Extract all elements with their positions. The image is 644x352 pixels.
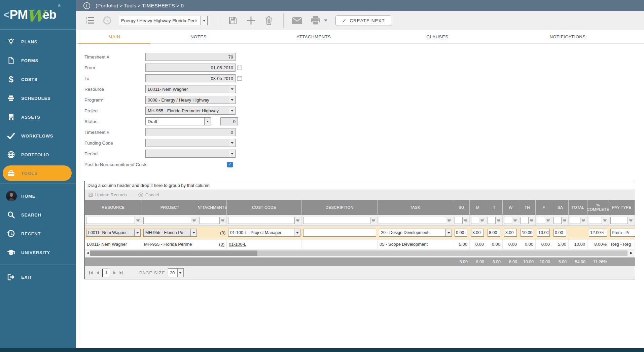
sidebar-item-search[interactable]: SEARCH (0, 205, 76, 224)
scroll-left-arrow[interactable]: ◄ (86, 251, 90, 255)
filter-input[interactable] (379, 217, 446, 224)
sidebar-item-workflows[interactable]: WORKFLOWS (0, 126, 76, 145)
column-header-description[interactable]: DESCRIPTION (302, 200, 378, 215)
filter-icon[interactable] (480, 218, 485, 222)
record-list-button[interactable]: 123 (86, 16, 95, 25)
column-header-pct-complete[interactable]: % COMPLETE (587, 200, 609, 215)
tab-notifications[interactable]: NOTIFICATIONS (491, 30, 644, 43)
filter-icon[interactable] (448, 218, 452, 222)
last-page-button[interactable] (119, 271, 123, 275)
filter-icon[interactable] (221, 218, 225, 222)
filter-icon[interactable] (530, 218, 534, 222)
program-select[interactable]: 0008 - Energy / Heavy Highway (145, 96, 236, 104)
sidebar-item-university[interactable]: UNIVERSITY (0, 243, 76, 262)
timesheet-number-field[interactable] (145, 53, 236, 61)
filter-icon[interactable] (464, 218, 468, 222)
status-select[interactable]: Draft (145, 117, 211, 125)
save-button[interactable] (228, 16, 238, 25)
filter-input[interactable] (86, 217, 135, 224)
email-button[interactable] (292, 16, 302, 25)
column-header-m[interactable]: M (470, 200, 486, 215)
edit-sa-input[interactable] (553, 229, 566, 237)
edit-w-input[interactable] (504, 229, 517, 237)
post-noncommitment-checkbox[interactable] (227, 162, 233, 167)
filter-input[interactable] (471, 217, 479, 224)
prev-page-button[interactable] (96, 271, 100, 275)
column-header-f[interactable]: F (536, 200, 552, 215)
history-button[interactable] (102, 15, 112, 26)
calendar-icon[interactable] (237, 76, 242, 81)
create-next-button[interactable]: ✓ CREATE NEXT (335, 15, 391, 26)
tab-main[interactable]: MAIN (76, 30, 153, 43)
tab-notes[interactable]: NOTES (153, 30, 244, 43)
column-header-total[interactable]: TOTAL (569, 200, 587, 215)
filter-input[interactable] (455, 217, 463, 224)
page-number[interactable]: 1 (102, 269, 110, 277)
funding-code-select[interactable] (145, 139, 236, 147)
app-logo[interactable]: <PMWeb ® (0, 0, 76, 30)
to-date-field[interactable] (145, 74, 236, 82)
scrollbar-track[interactable] (90, 250, 628, 256)
edit-resource-select[interactable]: L0011- Nem Wagner (86, 229, 141, 237)
delete-button[interactable] (264, 16, 273, 25)
filter-input[interactable] (521, 217, 529, 224)
cost-code-link[interactable]: 01-100-L (229, 242, 246, 247)
column-header-cost-code[interactable]: COST CODE (227, 200, 302, 215)
sidebar-item-tools[interactable]: TOOLS (3, 165, 72, 181)
column-header-th[interactable]: TH (519, 200, 536, 215)
update-records-button[interactable]: Update Records (88, 192, 127, 197)
timesheet-number2-field[interactable] (145, 128, 236, 136)
filter-input[interactable] (303, 217, 370, 224)
calendar-icon[interactable] (237, 65, 242, 70)
sidebar-item-portfolio[interactable]: PORTFOLIO (0, 145, 76, 164)
record-selector[interactable]: Energy / Heavy Highway-Florida Perir (119, 16, 208, 25)
column-header-resource[interactable]: RESOURCE (85, 200, 142, 215)
filter-icon[interactable] (192, 218, 196, 222)
print-options-caret[interactable] (324, 19, 327, 22)
edit-f-input[interactable] (537, 229, 550, 237)
filter-icon[interactable] (582, 218, 586, 222)
project-select[interactable]: MH-955 - Florida Perimeter Highway (145, 107, 236, 115)
sidebar-item-plans[interactable]: PLANS (0, 32, 76, 51)
sidebar-item-costs[interactable]: $ COSTS (0, 70, 76, 89)
group-by-dropzone[interactable]: Drag a column header and drop it here to… (85, 181, 635, 190)
cancel-button[interactable]: Cancel (138, 192, 159, 197)
filter-icon[interactable] (603, 218, 607, 222)
filter-input[interactable] (553, 217, 562, 224)
column-header-w[interactable]: W (503, 200, 519, 215)
column-header-attachments[interactable]: ATTACHMENTS (198, 200, 227, 215)
edit-th-input[interactable] (521, 229, 533, 237)
breadcrumb-portfolio-link[interactable]: (Portfolio) (96, 3, 118, 8)
sidebar-item-exit[interactable]: EXIT (0, 268, 76, 286)
filter-icon[interactable] (513, 218, 517, 222)
column-header-pay-type[interactable]: PAY TYPE (609, 200, 635, 215)
column-header-sa[interactable]: SA (552, 200, 569, 215)
filter-icon[interactable] (497, 218, 501, 222)
filter-input[interactable] (143, 217, 191, 224)
filter-input[interactable] (200, 217, 220, 224)
edit-su-input[interactable] (455, 229, 467, 237)
page-size-select[interactable]: 20 (168, 268, 184, 277)
add-button[interactable] (246, 16, 256, 25)
filter-icon[interactable] (629, 218, 633, 222)
edit-pct-input[interactable] (589, 229, 607, 237)
filter-icon[interactable] (372, 218, 376, 222)
column-header-task[interactable]: TASK (378, 200, 453, 215)
sidebar-item-recent[interactable]: RECENT (0, 224, 76, 243)
edit-description-input[interactable] (303, 229, 376, 237)
edit-task-select[interactable]: 20 - Design Development (379, 229, 452, 237)
filter-input[interactable] (537, 217, 545, 224)
resource-select[interactable]: L0011- Nem Wagner (145, 85, 236, 93)
tab-clauses[interactable]: CLAUSES (384, 30, 491, 43)
tab-attachments[interactable]: ATTACHMENTS (244, 30, 384, 43)
filter-input[interactable] (488, 217, 496, 224)
grid-data-row[interactable]: L0011- Nem Wagner MH-955 - Florida Perim… (85, 239, 635, 249)
sidebar-item-assets[interactable]: ASSETS (0, 108, 76, 126)
filter-input[interactable] (610, 217, 628, 224)
from-date-field[interactable] (145, 64, 236, 72)
filter-icon[interactable] (136, 218, 140, 222)
edit-project-select[interactable]: MH-955 - Florida Pe (143, 229, 197, 237)
period-select[interactable] (145, 150, 236, 158)
edit-t-input[interactable] (488, 229, 500, 237)
edit-m-input[interactable] (471, 229, 484, 237)
